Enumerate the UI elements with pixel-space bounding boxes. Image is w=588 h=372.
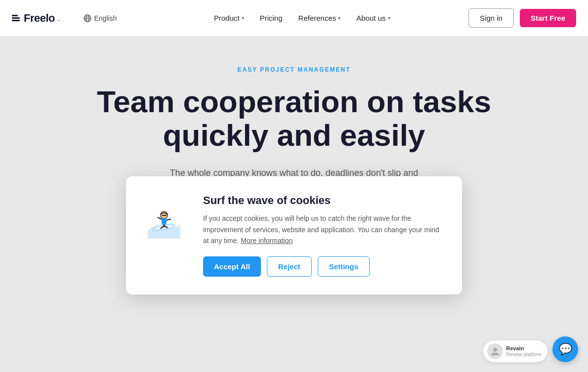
cookie-content: Surf the wave of cookies If you accept c… (203, 194, 442, 276)
logo-bar-3 (12, 20, 20, 21)
revain-avatar (487, 343, 503, 359)
hero-title-line2: quickly and easily (163, 118, 425, 152)
nav-references[interactable]: References ▾ (292, 10, 348, 26)
nav-pricing[interactable]: Pricing (253, 10, 290, 26)
svg-rect-8 (162, 215, 164, 216)
cookie-buttons: Accept All Reject Settings (203, 256, 442, 277)
cookie-text: If you accept cookies, you will help us … (203, 213, 442, 246)
logo[interactable]: Freelo. (12, 12, 60, 25)
references-chevron-icon: ▾ (338, 15, 340, 21)
logo-bar-1 (12, 15, 18, 16)
nav-about[interactable]: About us ▾ (349, 10, 397, 26)
svg-point-15 (493, 348, 497, 352)
product-chevron-icon: ▾ (242, 15, 244, 21)
language-selector[interactable]: English (80, 12, 121, 24)
revain-person-icon (490, 346, 500, 356)
navbar: Freelo. English Product ▾ Pricing Refere… (0, 0, 588, 37)
language-label: English (94, 14, 117, 22)
signin-button[interactable]: Sign in (468, 8, 514, 28)
logo-bars (12, 15, 20, 21)
hero-label: EASY PROJECT MANAGEMENT (10, 66, 578, 73)
revain-text-container: Revain Review platform (506, 345, 542, 357)
revain-widget[interactable]: Revain Review platform (483, 340, 547, 362)
surfer-svg (142, 194, 186, 239)
logo-bar-2 (12, 17, 20, 19)
svg-rect-9 (165, 215, 167, 216)
logo-text: Freelo (24, 12, 55, 25)
hero-title-line1: Team cooperation on tasks (97, 84, 491, 119)
globe-icon (84, 14, 91, 22)
cookie-surfer-illustration (142, 194, 191, 241)
logo-dot: . (58, 14, 60, 23)
nav-actions: Sign in Start Free (468, 8, 576, 28)
cookie-more-link[interactable]: More information (241, 237, 293, 245)
hero-title: Team cooperation on tasks quickly and ea… (96, 85, 492, 152)
chat-widget[interactable]: 💬 (552, 336, 578, 362)
reject-button[interactable]: Reject (267, 256, 312, 277)
logo-icon (12, 15, 21, 21)
settings-button[interactable]: Settings (318, 256, 370, 277)
cookie-banner: Surf the wave of cookies If you accept c… (126, 176, 462, 294)
about-chevron-icon: ▾ (388, 15, 390, 21)
revain-label: Revain (506, 345, 542, 352)
startfree-nav-button[interactable]: Start Free (520, 9, 576, 27)
accept-all-button[interactable]: Accept All (203, 256, 261, 277)
nav-links: Product ▾ Pricing References ▾ About us … (135, 10, 468, 26)
chat-icon: 💬 (559, 343, 572, 356)
cookie-title: Surf the wave of cookies (203, 194, 442, 207)
revain-sublabel: Review platform (506, 352, 542, 357)
nav-product[interactable]: Product ▾ (207, 10, 251, 26)
